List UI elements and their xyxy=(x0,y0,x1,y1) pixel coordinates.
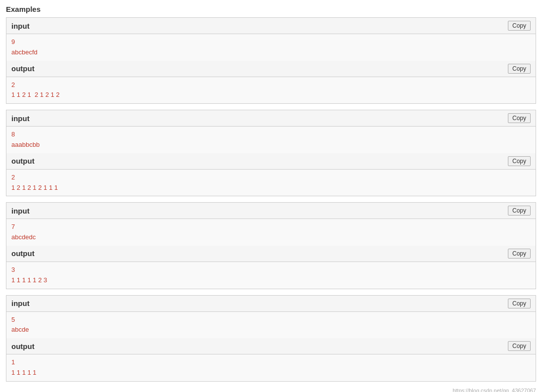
input-header-2: input Copy xyxy=(6,110,536,127)
output-header-4: output Copy xyxy=(6,338,536,354)
input-label-2: input xyxy=(11,114,30,123)
output-content-1: 2 1 1 2 1 2 1 2 1 2 xyxy=(6,77,536,104)
input-copy-button-1[interactable]: Copy xyxy=(508,21,531,31)
input-copy-button-3[interactable]: Copy xyxy=(508,206,531,216)
input-content-2: 8 aaabbcbb xyxy=(6,127,536,153)
example-block-3: input Copy 7 abcdedc output Copy 3 1 1 1… xyxy=(6,202,536,289)
page-title: Examples xyxy=(6,5,536,13)
output-content-2: 2 1 2 1 2 1 2 1 1 1 xyxy=(6,170,536,196)
output-label-4: output xyxy=(11,342,35,350)
output-label-3: output xyxy=(11,249,35,258)
output-copy-button-4[interactable]: Copy xyxy=(508,341,531,351)
input-copy-button-2[interactable]: Copy xyxy=(508,113,531,123)
input-label-3: input xyxy=(11,207,30,215)
input-content-1: 9 abcbecfd xyxy=(6,34,536,61)
input-header-1: input Copy xyxy=(6,18,536,34)
input-content-4: 5 abcde xyxy=(6,312,536,339)
input-content-3: 7 abcdedc xyxy=(6,219,536,246)
input-header-3: input Copy xyxy=(6,203,536,219)
output-header-3: output Copy xyxy=(6,246,536,262)
input-copy-button-4[interactable]: Copy xyxy=(508,299,531,308)
output-header-1: output Copy xyxy=(6,61,536,77)
output-copy-button-3[interactable]: Copy xyxy=(508,249,531,259)
input-header-4: input Copy xyxy=(6,296,536,312)
example-block-1: input Copy 9 abcbecfd output Copy 2 1 1 … xyxy=(6,17,536,104)
output-header-2: output Copy xyxy=(6,153,536,170)
output-content-4: 1 1 1 1 1 1 xyxy=(6,354,536,381)
output-copy-button-1[interactable]: Copy xyxy=(508,64,531,74)
example-block-2: input Copy 8 aaabbcbb output Copy 2 1 2 … xyxy=(6,110,536,196)
input-label-1: input xyxy=(11,22,30,30)
example-block-4: input Copy 5 abcde output Copy 1 1 1 1 1… xyxy=(6,295,536,382)
output-content-3: 3 1 1 1 1 1 2 3 xyxy=(6,262,536,289)
output-label-1: output xyxy=(11,64,35,73)
output-copy-button-2[interactable]: Copy xyxy=(508,156,531,166)
output-label-2: output xyxy=(11,157,35,165)
watermark: https://blog.csdn.net/qq_43627067 xyxy=(6,388,536,392)
input-label-4: input xyxy=(11,299,30,307)
